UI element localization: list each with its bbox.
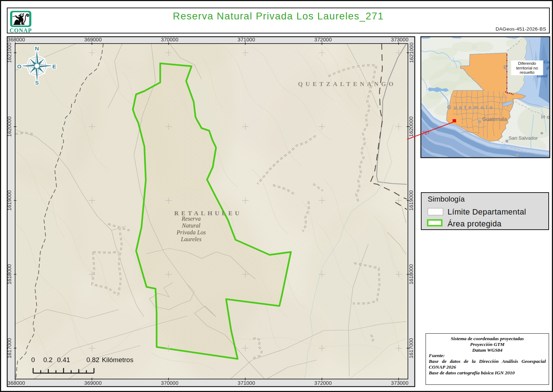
svg-text:1617000: 1617000 <box>409 338 414 358</box>
svg-text:369000: 369000 <box>84 37 102 42</box>
svg-text:territorial no: territorial no <box>516 66 538 70</box>
svg-text:Privada Los: Privada Los <box>176 229 206 236</box>
svg-text:Diferendo: Diferendo <box>518 61 536 66</box>
svg-text:0.2: 0.2 <box>43 356 53 364</box>
svg-text:1621000: 1621000 <box>409 42 414 63</box>
svg-text:1618000: 1618000 <box>6 264 12 284</box>
svg-text:San Salvador: San Salvador <box>508 135 538 141</box>
svg-text:Natural: Natural <box>181 222 201 229</box>
svg-text:373000: 373000 <box>391 37 408 42</box>
svg-text:1621000: 1621000 <box>6 42 12 63</box>
svg-text:resuelto: resuelto <box>520 70 535 75</box>
svg-text:1619000: 1619000 <box>6 190 12 211</box>
svg-text:B: B <box>503 64 509 70</box>
svg-text:0.41: 0.41 <box>57 356 70 364</box>
svg-text:Guatemala: Guatemala <box>482 116 507 122</box>
svg-text:369000: 369000 <box>84 380 102 386</box>
svg-text:372000: 372000 <box>314 380 332 386</box>
svg-text:368000: 368000 <box>8 380 25 386</box>
svg-text:371000: 371000 <box>238 380 255 386</box>
svg-text:727: 727 <box>421 130 430 136</box>
svg-text:1619000: 1619000 <box>409 190 414 211</box>
svg-text:370000: 370000 <box>161 37 178 42</box>
svg-text:372000: 372000 <box>314 37 332 42</box>
svg-text:Laureles: Laureles <box>180 236 201 243</box>
svg-text:S: S <box>35 80 39 86</box>
svg-text:370000: 370000 <box>161 380 178 386</box>
svg-text:0.82: 0.82 <box>86 356 99 364</box>
svg-text:O: O <box>17 63 22 69</box>
svg-text:368000: 368000 <box>8 37 25 42</box>
svg-text:Gu: Gu <box>544 59 550 64</box>
svg-text:1617000: 1617000 <box>6 338 12 358</box>
svg-text:d: d <box>547 65 549 71</box>
svg-text:Guatemala: Guatemala <box>447 104 495 110</box>
svg-text:1620000: 1620000 <box>409 116 414 136</box>
svg-text:371000: 371000 <box>238 37 255 42</box>
svg-text:373000: 373000 <box>391 380 408 386</box>
svg-text:Kilómetros: Kilómetros <box>102 356 133 364</box>
svg-text:1618000: 1618000 <box>409 264 414 284</box>
svg-text:N: N <box>35 45 39 51</box>
svg-text:0: 0 <box>31 356 35 364</box>
svg-text:QUETZALTENANGO: QUETZALTENANGO <box>298 81 396 87</box>
svg-text:E: E <box>52 63 56 69</box>
svg-text:1620000: 1620000 <box>6 116 12 136</box>
svg-text:Reserva: Reserva <box>181 215 201 222</box>
